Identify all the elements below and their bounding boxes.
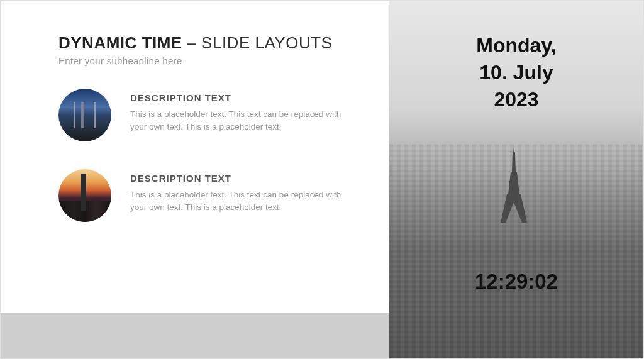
title-emphasis: DYNAMIC TIME <box>58 33 182 52</box>
slide: DYNAMIC TIME – SLIDE LAYOUTS Enter your … <box>0 0 644 359</box>
time-overlay: 12:29:02 <box>389 270 643 294</box>
item-text-block: DESCRIPTION TEXT This is a placeholder t… <box>130 89 344 133</box>
date-overlay: Monday, 10. July 2023 <box>389 32 643 114</box>
list-item: DESCRIPTION TEXT This is a placeholder t… <box>58 169 391 222</box>
slide-title: DYNAMIC TIME – SLIDE LAYOUTS <box>58 33 391 53</box>
right-photo-panel: Monday, 10. July 2023 12:29:02 <box>389 1 643 358</box>
bottom-accent-bar <box>1 313 391 358</box>
bridge-photo-icon <box>58 89 111 141</box>
title-rest: – SLIDE LAYOUTS <box>182 33 333 52</box>
list-item: DESCRIPTION TEXT This is a placeholder t… <box>58 89 391 141</box>
date-line-year: 2023 <box>389 86 643 113</box>
left-content-panel: DYNAMIC TIME – SLIDE LAYOUTS Enter your … <box>1 1 391 358</box>
item-body: This is a placeholder text. This text ca… <box>130 189 344 213</box>
item-title: DESCRIPTION TEXT <box>130 92 344 103</box>
item-body: This is a placeholder text. This text ca… <box>130 108 344 133</box>
subheadline: Enter your subheadline here <box>58 55 391 66</box>
date-line-day: Monday, <box>389 32 643 59</box>
item-text-block: DESCRIPTION TEXT This is a placeholder t… <box>130 169 344 213</box>
date-line-date: 10. July <box>389 59 643 86</box>
eiffel-tower-icon <box>498 147 530 223</box>
title-block: DYNAMIC TIME – SLIDE LAYOUTS Enter your … <box>58 33 391 66</box>
skyline-photo-icon <box>58 169 111 222</box>
item-title: DESCRIPTION TEXT <box>130 173 344 184</box>
